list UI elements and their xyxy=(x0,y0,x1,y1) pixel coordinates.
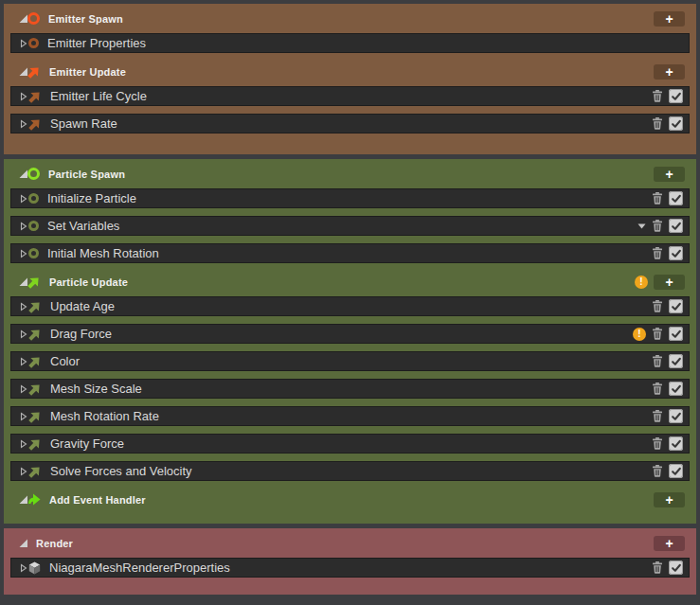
delete-module-button[interactable] xyxy=(652,90,663,102)
expand-collapse-icon[interactable] xyxy=(19,329,28,339)
module-row-initialize-particle[interactable]: Initialize Particle xyxy=(10,188,690,208)
module-label: Initialize Particle xyxy=(47,191,136,205)
module-label: Mesh Rotation Rate xyxy=(50,409,159,423)
delete-module-button[interactable] xyxy=(652,300,663,312)
group-emitter-spawn: Emitter Spawn+Emitter Properties xyxy=(8,8,692,53)
emitter-section: Emitter Spawn+Emitter PropertiesEmitter … xyxy=(4,4,696,154)
group-render: Render+NiagaraMeshRendererProperties xyxy=(8,532,692,578)
add-module-button[interactable]: + xyxy=(654,492,685,507)
group-header-label: Emitter Spawn xyxy=(48,13,123,25)
expand-collapse-icon[interactable] xyxy=(19,249,28,258)
module-row-spawn-rate[interactable]: Spawn Rate xyxy=(10,114,690,133)
delete-module-button[interactable] xyxy=(652,328,663,340)
module-row-drag-force[interactable]: Drag Force! xyxy=(10,324,690,344)
delete-module-button[interactable] xyxy=(652,220,663,232)
expand-collapse-icon[interactable] xyxy=(19,119,28,129)
expand-collapse-icon[interactable] xyxy=(19,222,28,231)
enabled-checkbox[interactable] xyxy=(669,409,683,423)
delete-module-button[interactable] xyxy=(652,561,663,574)
module-label: Update Age xyxy=(50,299,115,313)
expand-collapse-icon[interactable] xyxy=(19,384,28,394)
group-header-label: Render xyxy=(36,538,73,549)
group-header-render[interactable]: Render+ xyxy=(8,532,692,554)
module-row-solve-forces-and-velocity[interactable]: Solve Forces and Velocity xyxy=(10,461,690,481)
expand-collapse-icon[interactable] xyxy=(19,467,28,476)
enabled-checkbox[interactable] xyxy=(669,246,683,260)
particle-section: Particle Spawn+Initialize ParticleSet Va… xyxy=(4,159,696,524)
module-row-update-age[interactable]: Update Age xyxy=(10,296,690,316)
module-row-gravity-force[interactable]: Gravity Force xyxy=(10,434,690,454)
ring-icon xyxy=(27,168,40,180)
delete-module-button[interactable] xyxy=(652,383,663,395)
module-row-initial-mesh-rotation[interactable]: Initial Mesh Rotation xyxy=(10,243,690,263)
group-header-emitter-update[interactable]: Emitter Update+ xyxy=(8,61,692,82)
module-label: Color xyxy=(50,354,80,368)
update-arrow-icon xyxy=(28,465,42,478)
enabled-checkbox[interactable] xyxy=(669,299,683,313)
module-row-set-variables[interactable]: Set Variables xyxy=(10,216,690,236)
enabled-checkbox[interactable] xyxy=(669,116,683,131)
enabled-checkbox[interactable] xyxy=(669,382,683,396)
enabled-checkbox[interactable] xyxy=(669,191,683,205)
enabled-checkbox[interactable] xyxy=(669,464,683,478)
update-arrow-icon xyxy=(27,65,41,79)
expand-collapse-icon[interactable] xyxy=(19,412,28,421)
expand-collapse-icon[interactable] xyxy=(18,14,27,23)
group-header-emitter-spawn[interactable]: Emitter Spawn+ xyxy=(8,8,692,29)
group-header-label: Emitter Update xyxy=(49,66,126,78)
module-label: Solve Forces and Velocity xyxy=(50,464,192,478)
module-row-mesh-size-scale[interactable]: Mesh Size Scale xyxy=(10,379,690,399)
expand-collapse-icon[interactable] xyxy=(19,39,28,48)
delete-module-button[interactable] xyxy=(652,437,663,450)
ring-icon xyxy=(28,221,39,231)
expand-collapse-icon[interactable] xyxy=(18,67,27,76)
dropdown-caret-icon[interactable] xyxy=(637,223,646,229)
update-arrow-icon xyxy=(28,328,42,341)
module-row-niagarameshrendererproperties[interactable]: NiagaraMeshRendererProperties xyxy=(10,558,690,578)
expand-collapse-icon[interactable] xyxy=(19,439,28,449)
warning-icon[interactable]: ! xyxy=(635,276,648,289)
delete-module-button[interactable] xyxy=(652,117,663,130)
module-label: Gravity Force xyxy=(50,436,124,451)
enabled-checkbox[interactable] xyxy=(669,436,683,451)
add-module-button[interactable]: + xyxy=(654,64,685,80)
expand-collapse-icon[interactable] xyxy=(19,92,28,101)
group-emitter-update: Emitter Update+Emitter Life CycleSpawn R… xyxy=(8,61,692,133)
group-header-label: Add Event Handler xyxy=(49,494,146,506)
warning-icon[interactable]: ! xyxy=(633,328,646,341)
expand-collapse-icon[interactable] xyxy=(18,495,27,504)
update-arrow-icon xyxy=(28,355,42,368)
add-module-button[interactable]: + xyxy=(654,11,685,27)
group-header-particle-spawn[interactable]: Particle Spawn+ xyxy=(8,163,692,185)
enabled-checkbox[interactable] xyxy=(669,561,683,575)
delete-module-button[interactable] xyxy=(652,465,663,477)
delete-module-button[interactable] xyxy=(652,410,663,422)
event-arrow-icon xyxy=(27,493,41,506)
delete-module-button[interactable] xyxy=(652,192,663,205)
expand-collapse-icon[interactable] xyxy=(18,169,27,178)
add-module-button[interactable]: + xyxy=(654,167,685,182)
add-module-button[interactable]: + xyxy=(654,536,685,551)
module-row-emitter-life-cycle[interactable]: Emitter Life Cycle xyxy=(10,86,690,106)
enabled-checkbox[interactable] xyxy=(669,327,683,341)
group-header-add-event-handler[interactable]: Add Event Handler+ xyxy=(8,489,692,510)
ring-icon xyxy=(28,38,39,48)
enabled-checkbox[interactable] xyxy=(669,89,683,103)
add-module-button[interactable]: + xyxy=(654,275,685,290)
delete-module-button[interactable] xyxy=(652,355,663,367)
module-label: Initial Mesh Rotation xyxy=(47,246,159,260)
module-row-mesh-rotation-rate[interactable]: Mesh Rotation Rate xyxy=(10,406,690,426)
expand-collapse-icon[interactable] xyxy=(19,194,28,204)
enabled-checkbox[interactable] xyxy=(669,354,683,368)
module-row-emitter-properties[interactable]: Emitter Properties xyxy=(10,33,690,53)
expand-collapse-icon[interactable] xyxy=(18,277,27,286)
expand-collapse-icon[interactable] xyxy=(18,539,27,547)
group-header-particle-update[interactable]: Particle Update!+ xyxy=(8,271,692,293)
enabled-checkbox[interactable] xyxy=(669,219,683,233)
expand-collapse-icon[interactable] xyxy=(19,563,28,573)
module-row-color[interactable]: Color xyxy=(10,351,690,371)
delete-module-button[interactable] xyxy=(652,247,663,259)
expand-collapse-icon[interactable] xyxy=(19,302,28,311)
update-arrow-icon xyxy=(27,276,41,289)
expand-collapse-icon[interactable] xyxy=(19,357,28,366)
